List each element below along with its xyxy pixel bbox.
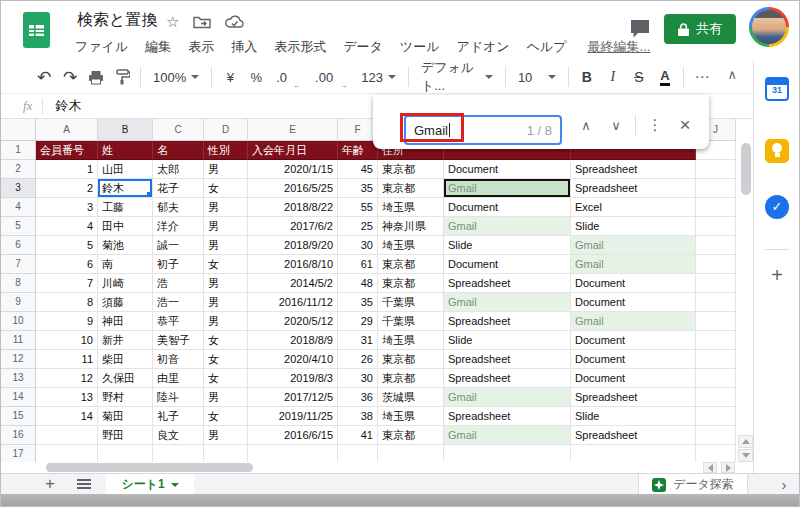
find-more-options-icon[interactable]: ⋮ bbox=[640, 113, 670, 137]
cell[interactable]: 2018/9/20 bbox=[248, 236, 338, 255]
cell[interactable]: 女 bbox=[204, 255, 248, 274]
cell[interactable]: 2016/8/10 bbox=[248, 255, 338, 274]
format-currency-button[interactable]: ¥ bbox=[217, 64, 243, 90]
row-header[interactable]: 5 bbox=[1, 217, 36, 236]
vertical-scrollbar[interactable] bbox=[741, 143, 751, 195]
cell[interactable]: 鈴木 bbox=[98, 179, 153, 198]
cell[interactable]: Gmail bbox=[444, 217, 571, 236]
cell[interactable] bbox=[696, 160, 736, 179]
menu-item[interactable]: アドオン bbox=[456, 38, 509, 56]
cell[interactable] bbox=[444, 445, 571, 462]
spreadsheet-grid[interactable]: ABCDEFGHIJ1会員番号姓名性別入会年月日年齢住所21山田太郎男2020/… bbox=[1, 119, 737, 462]
zoom-select[interactable]: 100% bbox=[146, 64, 206, 90]
cell[interactable]: Spreadsheet bbox=[444, 369, 571, 388]
undo-button[interactable]: ↶ bbox=[31, 64, 57, 90]
cell[interactable]: 新井 bbox=[98, 331, 153, 350]
cell[interactable]: 野村 bbox=[98, 388, 153, 407]
cell[interactable]: Document bbox=[571, 369, 696, 388]
cell[interactable] bbox=[696, 407, 736, 426]
menu-item[interactable]: 表示形式 bbox=[274, 38, 326, 56]
menu-item[interactable]: ファイル bbox=[75, 38, 128, 56]
cell[interactable]: 41 bbox=[338, 426, 378, 445]
cell[interactable]: 東京都 bbox=[378, 369, 444, 388]
cell[interactable] bbox=[696, 236, 736, 255]
cell[interactable]: 太郎 bbox=[153, 160, 204, 179]
cell[interactable]: 男 bbox=[204, 236, 248, 255]
cell[interactable]: 38 bbox=[338, 407, 378, 426]
cell[interactable]: 女 bbox=[204, 407, 248, 426]
cell[interactable]: 神奈川県 bbox=[378, 217, 444, 236]
share-button[interactable]: 共有 bbox=[664, 14, 736, 44]
cell[interactable]: 14 bbox=[36, 407, 98, 426]
cell[interactable]: Document bbox=[571, 274, 696, 293]
cell[interactable]: 25 bbox=[338, 217, 378, 236]
cell[interactable]: 2020/1/15 bbox=[248, 160, 338, 179]
column-header-B[interactable]: B bbox=[98, 119, 153, 141]
decrease-decimal-button[interactable]: .0← bbox=[269, 64, 308, 90]
cell[interactable]: 浩 bbox=[153, 274, 204, 293]
cell[interactable]: 36 bbox=[338, 388, 378, 407]
cell[interactable]: 埼玉県 bbox=[378, 236, 444, 255]
column-header-D[interactable]: D bbox=[204, 119, 248, 141]
cell[interactable]: Spreadsheet bbox=[571, 160, 696, 179]
cell[interactable]: 男 bbox=[204, 426, 248, 445]
cell[interactable]: Document bbox=[571, 331, 696, 350]
redo-button[interactable]: ↷ bbox=[57, 64, 83, 90]
cell[interactable]: 柴田 bbox=[98, 350, 153, 369]
cell[interactable] bbox=[696, 217, 736, 236]
column-header-E[interactable]: E bbox=[248, 119, 338, 141]
row-header[interactable]: 2 bbox=[1, 160, 36, 179]
cell[interactable]: 2017/12/5 bbox=[248, 388, 338, 407]
cell[interactable]: 3 bbox=[36, 198, 98, 217]
cell[interactable]: Slide bbox=[571, 407, 696, 426]
cell[interactable]: 29 bbox=[338, 312, 378, 331]
add-addon-icon[interactable]: + bbox=[771, 264, 783, 287]
cell[interactable]: 誠一 bbox=[153, 236, 204, 255]
cell[interactable]: 男 bbox=[204, 217, 248, 236]
row-header[interactable]: 3 bbox=[1, 179, 36, 198]
cell[interactable]: Slide bbox=[444, 236, 571, 255]
row-header[interactable]: 4 bbox=[1, 198, 36, 217]
cell[interactable]: 菊田 bbox=[98, 407, 153, 426]
row-header[interactable]: 9 bbox=[1, 293, 36, 312]
row-header[interactable]: 14 bbox=[1, 388, 36, 407]
find-next-button[interactable]: ∨ bbox=[601, 113, 631, 137]
row-header[interactable]: 12 bbox=[1, 350, 36, 369]
cell[interactable] bbox=[248, 445, 338, 462]
cell[interactable]: 2016/11/12 bbox=[248, 293, 338, 312]
sheet-menu-icon[interactable] bbox=[171, 483, 179, 487]
cell[interactable]: 千葉県 bbox=[378, 293, 444, 312]
cell[interactable]: 美智子 bbox=[153, 331, 204, 350]
cell[interactable] bbox=[696, 293, 736, 312]
cell[interactable]: 女 bbox=[204, 179, 248, 198]
cell[interactable]: 入会年月日 bbox=[248, 141, 338, 160]
cell[interactable]: 2016/5/25 bbox=[248, 179, 338, 198]
print-button[interactable] bbox=[83, 64, 109, 90]
cell[interactable]: 川崎 bbox=[98, 274, 153, 293]
row-header[interactable]: 1 bbox=[1, 141, 36, 160]
cell[interactable]: 45 bbox=[338, 160, 378, 179]
cell[interactable]: Gmail bbox=[444, 179, 571, 198]
cell[interactable] bbox=[571, 445, 696, 462]
last-edit-link[interactable]: 最終編集... bbox=[588, 38, 651, 56]
account-avatar[interactable] bbox=[749, 7, 789, 47]
cell[interactable]: 女 bbox=[204, 350, 248, 369]
scroll-left-arrow[interactable] bbox=[703, 462, 717, 473]
cell[interactable]: Gmail bbox=[571, 255, 696, 274]
cell[interactable]: 2019/11/25 bbox=[248, 407, 338, 426]
cell[interactable]: Document bbox=[444, 160, 571, 179]
cell[interactable]: 9 bbox=[36, 312, 98, 331]
cell[interactable]: 野田 bbox=[98, 426, 153, 445]
row-header[interactable]: 16 bbox=[1, 426, 36, 445]
font-family-select[interactable]: デフォルト... bbox=[414, 64, 500, 90]
cell[interactable]: Spreadsheet bbox=[571, 179, 696, 198]
cell[interactable]: 6 bbox=[36, 255, 98, 274]
format-percent-button[interactable]: % bbox=[243, 64, 269, 90]
cell[interactable]: 男 bbox=[204, 198, 248, 217]
cell[interactable]: 2018/8/9 bbox=[248, 331, 338, 350]
paint-format-button[interactable] bbox=[109, 64, 135, 90]
cell[interactable]: 埼玉県 bbox=[378, 331, 444, 350]
cell[interactable] bbox=[696, 255, 736, 274]
cell[interactable]: 48 bbox=[338, 274, 378, 293]
cell[interactable]: 2019/8/3 bbox=[248, 369, 338, 388]
